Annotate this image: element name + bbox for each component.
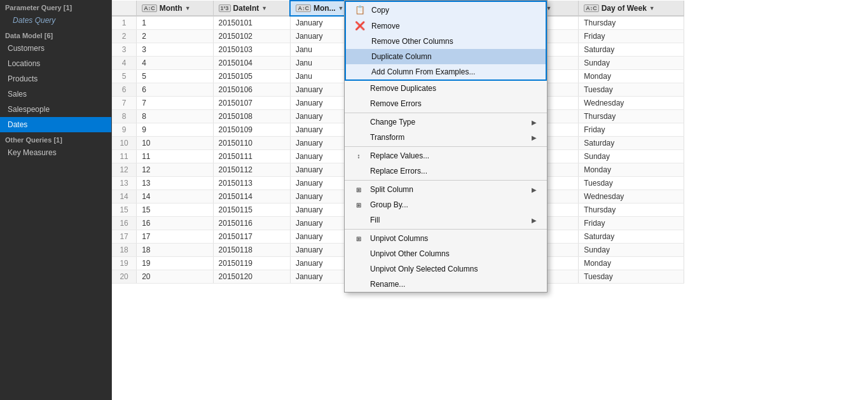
cm-item-unpivot-other-columns[interactable]: Unpivot Other Columns [345,246,547,261]
cell-dateint: 20150105 [213,70,290,83]
cm-item-remove-errors[interactable]: Remove Errors [345,96,547,111]
cm-item-split-column[interactable]: ⊞Split Column▶ [345,182,547,197]
sidebar-item-key-measures[interactable]: Key Measures [0,145,111,160]
filter-icon-month[interactable]: ▼ [185,5,191,11]
cell-month: 1 [137,16,213,30]
num-type-icon: 1²3 [219,4,231,12]
cm-label-remove-duplicates: Remove Duplicates [370,84,537,93]
cm-label-unpivot-columns: Unpivot Columns [370,234,537,243]
cell-dateint: 20150102 [213,30,290,43]
cell-dateint: 20150112 [213,163,290,177]
cm-label-change-type: Change Type [370,118,532,127]
sidebar-section-label: Other Queries [1] [0,132,111,145]
sidebar-item-locations[interactable]: Locations [0,56,111,71]
cm-arrow-change-type: ▶ [532,119,537,126]
cell-idx: 12 [112,163,137,177]
cell-idx: 16 [112,217,137,230]
cell-dateint: 20150104 [213,57,290,70]
cm-item-remove[interactable]: ❌Remove [346,18,546,34]
cm-item-remove-other-columns[interactable]: Remove Other Columns [346,34,546,49]
cm-label-transform: Transform [370,133,532,142]
filter-icon-dayOfWeek[interactable]: ▼ [649,5,655,11]
cell-dateint: 20150119 [213,257,290,270]
cm-item-change-type[interactable]: Change Type▶ [345,114,547,130]
cm-icon-split-column: ⊞ [352,186,365,193]
table-wrapper: A↕CMonth ▼1²3DateInt ▼A↕CMon... ▼A↕CQuar… [112,0,868,400]
cell-month: 2 [137,30,213,43]
cm-arrow-transform: ▶ [532,134,537,141]
cm-divider [345,180,547,181]
cell-dayOfWeek: Saturday [579,43,684,57]
filter-icon-dateint[interactable]: ▼ [261,5,267,11]
cell-dateint: 20150109 [213,123,290,137]
cm-label-group-by: Group By... [370,200,537,209]
cm-item-unpivot-only-selected[interactable]: Unpivot Only Selected Columns [345,261,547,277]
cm-divider [345,146,547,147]
cell-idx: 17 [112,230,137,244]
cm-item-rename[interactable]: Rename... [345,277,547,292]
cell-month: 9 [137,123,213,137]
cell-dayOfWeek: Thursday [579,203,684,217]
col-header-month[interactable]: A↕CMonth ▼ [137,1,213,16]
cm-label-replace-values: Replace Values... [370,151,537,160]
cell-dateint: 20150113 [213,177,290,190]
cell-dayOfWeek: Friday [579,217,684,230]
sidebar-item-sales[interactable]: Sales [0,86,111,102]
cell-month: 3 [137,43,213,57]
cell-month: 19 [137,257,213,270]
cm-item-group-by[interactable]: ⊞Group By... [345,197,547,212]
cell-idx: 7 [112,97,137,110]
cm-arrow-split-column: ▶ [532,186,537,193]
cell-month: 18 [137,244,213,257]
sidebar-item-salespeople[interactable]: Salespeople [0,102,111,117]
main-content: A↕CMonth ▼1²3DateInt ▼A↕CMon... ▼A↕CQuar… [112,0,868,400]
cm-label-fill: Fill [370,216,532,224]
cell-month: 4 [137,57,213,70]
filter-icon-monthname[interactable]: ▼ [338,5,344,11]
cm-item-replace-errors[interactable]: Replace Errors... [345,163,547,179]
col-label-dateint: DateInt [233,4,259,13]
cell-idx: 5 [112,70,137,83]
cm-item-remove-duplicates[interactable]: Remove Duplicates [345,81,547,96]
cm-item-duplicate-column[interactable]: Duplicate Column [346,49,546,64]
cell-dayOfWeek: Sunday [579,57,684,70]
cell-month: 14 [137,190,213,203]
sidebar-item-dates-query[interactable]: Dates Query [0,13,111,28]
cm-item-copy[interactable]: 📋Copy [346,2,546,18]
cm-item-transform[interactable]: Transform▶ [345,130,547,145]
col-header-dateint[interactable]: 1²3DateInt ▼ [213,1,290,16]
cm-item-unpivot-columns[interactable]: ⊞Unpivot Columns [345,231,547,246]
cell-dateint: 20150115 [213,203,290,217]
cell-dayOfWeek: Sunday [579,150,684,163]
cell-idx: 14 [112,190,137,203]
cm-label-duplicate-column: Duplicate Column [371,52,535,61]
cell-dateint: 20150118 [213,244,290,257]
cell-dateint: 20150114 [213,190,290,203]
cm-item-fill[interactable]: Fill▶ [345,212,547,228]
cell-idx: 11 [112,150,137,163]
sidebar-item-customers[interactable]: Customers [0,41,111,56]
cell-dayOfWeek: Monday [579,163,684,177]
col-header-dayOfWeek[interactable]: A↕CDay of Week ▼ [579,1,684,16]
cm-label-remove: Remove [371,22,535,31]
sidebar-item-dates[interactable]: Dates [0,117,111,132]
cell-dayOfWeek: Monday [579,70,684,83]
cell-idx: 6 [112,83,137,97]
cell-dayOfWeek: Sunday [579,244,684,257]
cell-dateint: 20150116 [213,217,290,230]
cm-item-replace-values[interactable]: ↕Replace Values... [345,148,547,163]
col-header-idx[interactable] [112,1,137,16]
sidebar-section-label: Data Model [6] [0,28,111,41]
cell-month: 16 [137,217,213,230]
cm-item-add-column-from[interactable]: Add Column From Examples... [346,64,546,79]
cell-month: 5 [137,70,213,83]
cell-dayOfWeek: Friday [579,30,684,43]
context-menu: 📋Copy❌RemoveRemove Other ColumnsDuplicat… [344,0,548,293]
cell-month: 15 [137,203,213,217]
cell-month: 13 [137,177,213,190]
text-type-icon: A↕C [584,4,599,12]
sidebar-item-products[interactable]: Products [0,71,111,86]
cm-icon-replace-values: ↕ [352,153,365,160]
cell-dateint: 20150120 [213,270,290,284]
sidebar-section-label: Parameter Query [1] [0,0,111,13]
